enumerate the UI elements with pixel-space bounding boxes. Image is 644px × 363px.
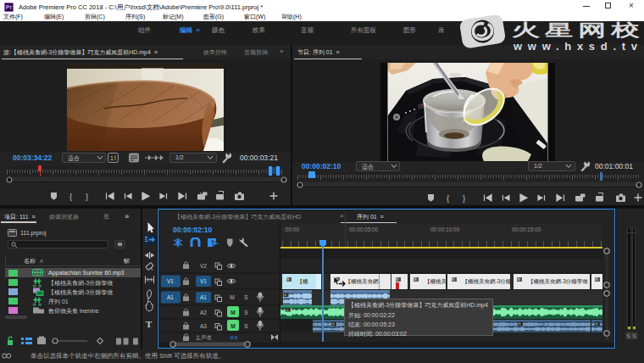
svg-text:S: S <box>244 323 248 329</box>
svg-text:A1: A1 <box>167 294 174 300</box>
svg-text:fx: fx <box>284 293 286 297</box>
svg-text:{: { <box>447 193 449 203</box>
svg-text:S: S <box>244 310 248 316</box>
svg-text:T: T <box>146 319 153 329</box>
svg-text:{: { <box>69 192 72 201</box>
svg-text:fx: fx <box>518 321 520 326</box>
svg-text:M: M <box>230 310 235 316</box>
svg-text:A1: A1 <box>200 294 207 300</box>
svg-text:}: } <box>463 193 465 203</box>
svg-text:www.hxsd.tv: www.hxsd.tv <box>513 40 641 52</box>
svg-text:fx: fx <box>331 321 334 326</box>
svg-text:火星网校: 火星网校 <box>512 20 641 39</box>
svg-text:fx: fx <box>595 321 597 326</box>
svg-text:S: S <box>244 294 248 300</box>
svg-text:V2: V2 <box>200 263 207 269</box>
svg-text:V1: V1 <box>167 278 174 284</box>
svg-text:M: M <box>230 323 235 329</box>
svg-text:}: } <box>86 192 88 201</box>
svg-text:fx: fx <box>286 308 288 312</box>
svg-text:0.0: 0.0 <box>230 334 238 340</box>
svg-text:1: 1 <box>110 155 114 161</box>
svg-text:A3: A3 <box>200 323 207 329</box>
svg-text:主声道: 主声道 <box>195 334 212 340</box>
svg-text:V1: V1 <box>200 278 207 284</box>
svg-text:A2: A2 <box>200 310 207 316</box>
svg-text:M: M <box>230 294 234 300</box>
